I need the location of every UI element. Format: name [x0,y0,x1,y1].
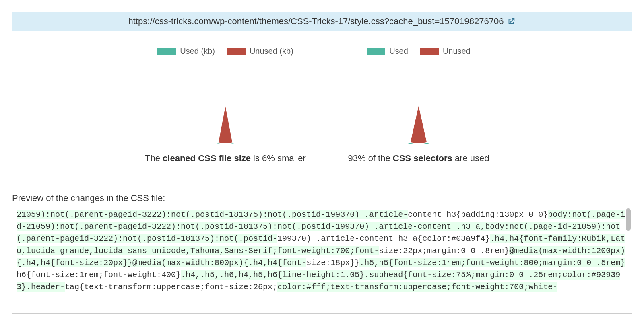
url-bar: https://css-tricks.com/wp-content/themes… [12,12,632,31]
swatch-used [367,48,385,55]
legend-used-kb: Used (kb) [157,47,215,56]
swatch-unused [227,48,246,55]
file-url: https://css-tricks.com/wp-content/themes… [128,16,504,27]
external-link-icon[interactable] [507,17,516,26]
swatch-used [157,48,176,55]
pie-filesize [185,64,266,144]
charts-row: Used (kb) Unused (kb) The cleaned CSS fi… [12,47,632,165]
legend-filesize: Used (kb) Unused (kb) [157,47,293,56]
legend-unused-kb: Unused (kb) [227,47,293,56]
legend-selectors: Used Unused [367,47,471,56]
scrollbar-thumb[interactable] [626,208,631,231]
swatch-unused [420,48,439,55]
css-diff-preview[interactable]: 21059):not(.parent-pageid-3222):not(.pos… [12,206,632,314]
legend-label: Used [389,47,408,56]
scrollbar[interactable] [626,208,631,310]
caption-filesize: The cleaned CSS file size is 6% smaller [145,152,306,165]
chart-filesize: Used (kb) Unused (kb) The cleaned CSS fi… [137,47,314,165]
legend-label: Unused [443,47,471,56]
legend-label: Used (kb) [180,47,215,56]
legend-unused: Unused [420,47,471,56]
chart-selectors: Used Unused 93% of the CSS selectors are… [330,47,507,165]
pie-selectors [378,64,459,144]
caption-selectors: 93% of the CSS selectors are used [348,152,489,165]
legend-label: Unused (kb) [250,47,293,56]
legend-used: Used [367,47,408,56]
preview-heading: Preview of the changes in the CSS file: [12,193,632,204]
